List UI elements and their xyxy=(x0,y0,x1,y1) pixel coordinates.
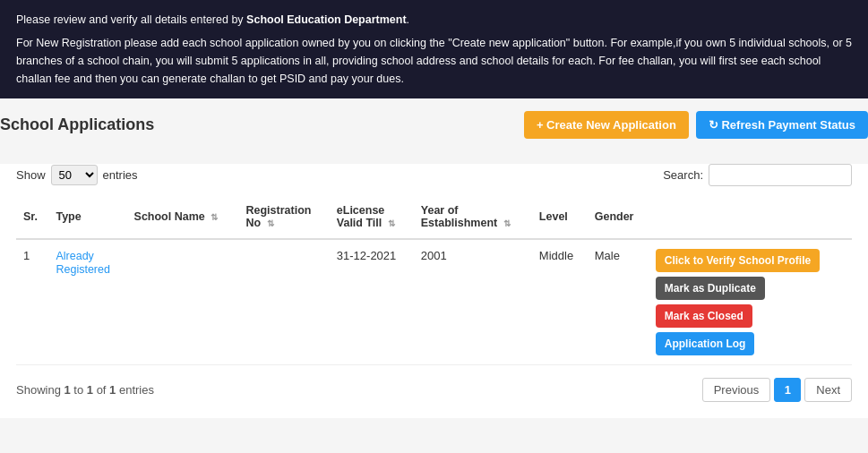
col-reg-no: RegistrationNo ⇅ xyxy=(238,195,329,239)
pagination-next-button[interactable]: Next xyxy=(804,378,852,402)
table-controls: Show 50 10 25 100 entries Search: xyxy=(16,164,852,186)
sort-icon-elicense: ⇅ xyxy=(388,218,395,228)
search-label: Search: xyxy=(663,168,703,182)
table-header-row: Sr. Type School Name ⇅ RegistrationNo ⇅ … xyxy=(16,195,852,239)
header-buttons: + Create New Application ↻ Refresh Payme… xyxy=(524,111,868,139)
create-new-application-button[interactable]: + Create New Application xyxy=(524,111,689,139)
notice-banner: Please review and verify all details ent… xyxy=(0,0,868,98)
col-year-est: Year ofEstablishment ⇅ xyxy=(414,195,532,239)
col-elicense: eLicenseValid Till ⇅ xyxy=(330,195,414,239)
pagination-from: 1 xyxy=(64,383,70,397)
application-log-button[interactable]: Application Log xyxy=(656,332,755,355)
sort-icon-year: ⇅ xyxy=(503,218,511,228)
pagination-to: 1 xyxy=(87,383,93,397)
mark-as-duplicate-button[interactable]: Mark as Duplicate xyxy=(656,277,765,300)
notice-line1: Please review and verify all details ent… xyxy=(16,11,852,29)
pagination-info: Showing 1 to 1 of 1 entries xyxy=(16,383,154,397)
cell-school-name xyxy=(127,239,239,365)
verify-school-profile-button[interactable]: Click to Verify School Profile xyxy=(656,249,820,272)
cell-level: Middle xyxy=(532,239,588,365)
pagination-row: Showing 1 to 1 of 1 entries Previous 1 N… xyxy=(16,378,852,402)
search-area: Search: xyxy=(663,164,852,186)
cell-reg-no xyxy=(238,239,329,365)
cell-year-est: 2001 xyxy=(414,239,532,365)
col-school-name: School Name ⇅ xyxy=(127,195,239,239)
cell-elicense: 31-12-2021 xyxy=(330,239,414,365)
col-sr: Sr. xyxy=(16,195,48,239)
pagination-total: 1 xyxy=(109,383,116,397)
pagination-page-1-button[interactable]: 1 xyxy=(774,378,801,402)
entries-label: entries xyxy=(103,168,138,182)
table-row: 1 AlreadyRegistered 31-12-2021 2001 Midd… xyxy=(16,239,852,365)
notice-line2: For New Registration please add each sch… xyxy=(16,34,852,88)
search-input[interactable] xyxy=(709,164,852,186)
col-type: Type xyxy=(48,195,126,239)
col-actions xyxy=(649,195,852,239)
refresh-payment-status-button[interactable]: ↻ Refresh Payment Status xyxy=(696,111,868,139)
show-label: Show xyxy=(16,168,46,182)
school-applications-table: Sr. Type School Name ⇅ RegistrationNo ⇅ … xyxy=(16,195,852,365)
action-buttons: Click to Verify School Profile Mark as D… xyxy=(656,249,845,355)
content-wrapper: Show 50 10 25 100 entries Search: Sr. Ty… xyxy=(0,164,868,418)
show-entries-control: Show 50 10 25 100 entries xyxy=(16,165,138,185)
cell-gender: Male xyxy=(588,239,649,365)
sort-icon-school: ⇅ xyxy=(211,212,218,222)
pagination-controls: Previous 1 Next xyxy=(702,378,852,402)
cell-sr: 1 xyxy=(16,239,48,365)
mark-as-closed-button[interactable]: Mark as Closed xyxy=(656,304,752,328)
cell-actions: Click to Verify School Profile Mark as D… xyxy=(649,239,852,365)
col-level: Level xyxy=(532,195,588,239)
sort-icon-reg: ⇅ xyxy=(267,218,274,228)
col-gender: Gender xyxy=(588,195,649,239)
page-title: School Applications xyxy=(0,115,154,134)
entries-select[interactable]: 50 10 25 100 xyxy=(51,165,98,185)
cell-type: AlreadyRegistered xyxy=(48,239,126,365)
pagination-previous-button[interactable]: Previous xyxy=(702,378,771,402)
header-row: School Applications + Create New Applica… xyxy=(0,98,868,150)
